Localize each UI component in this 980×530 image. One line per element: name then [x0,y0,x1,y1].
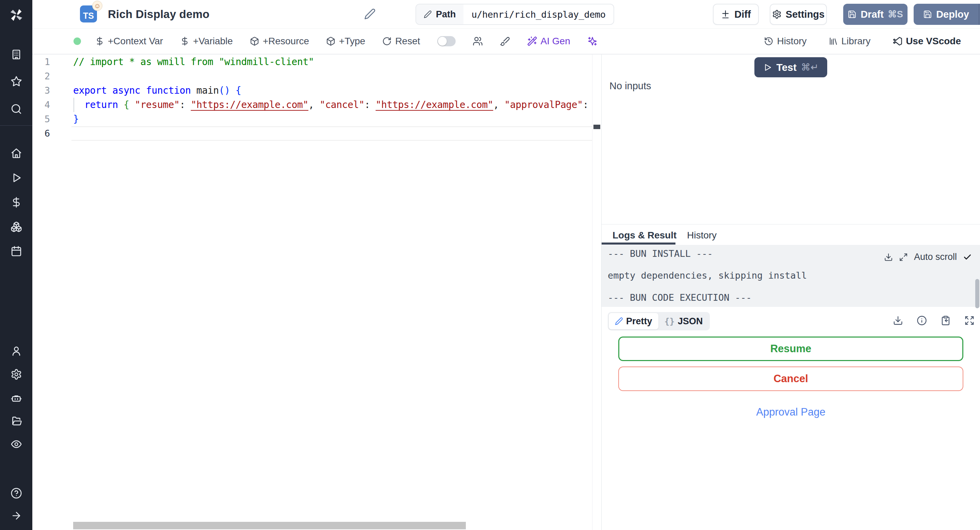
log-line: --- BUN CODE EXECUTION --- [608,292,752,303]
toggle-knob [438,37,447,46]
expand-logs-icon[interactable] [899,253,908,262]
test-button[interactable]: Test ⌘↵ [754,57,827,77]
diff-button[interactable]: Diff [713,4,759,25]
runs-play-icon[interactable] [11,172,22,184]
diff-mode-toggle[interactable] [437,36,456,46]
download-logs-icon[interactable] [884,253,893,262]
horizontal-scrollbar-thumb[interactable] [73,522,466,529]
reset-button[interactable]: Reset [382,36,420,47]
use-vscode-button[interactable]: Use VScode [892,36,961,47]
current-line-highlight [72,126,592,140]
windmill-script-editor: TS ☺ Rich Display demo Path u/henri/rich… [0,0,980,530]
ai-sparkles-button[interactable] [587,36,598,46]
json-view-button[interactable]: {} JSON [659,313,709,329]
refresh-icon [382,37,392,46]
dollar-icon [180,37,189,46]
test-label: Test [776,62,797,73]
approval-page-link[interactable]: Approval Page [601,406,980,418]
sparkles-icon [587,36,598,46]
collapse-arrow-right-icon[interactable] [11,510,22,522]
left-sidebar [0,0,32,530]
editor-scrollbar-boundary [592,54,592,530]
history-button[interactable]: History [764,36,807,47]
log-line: empty dependencies, skipping install [608,270,807,281]
code-line: // import * as wmill from "windmill-clie… [73,55,592,69]
panel-divider-line [601,224,980,225]
windmill-logo-icon[interactable] [8,7,24,23]
pencil-icon [424,10,432,18]
tab-logs-result[interactable]: Logs & Result [612,230,676,241]
fullscreen-expand-icon[interactable] [964,315,975,326]
settings-button[interactable]: Settings [770,4,827,25]
history-clock-icon [764,37,773,46]
add-context-var-button[interactable]: +Context Var [95,36,163,47]
variables-dollar-icon[interactable] [11,196,22,208]
audit-eye-icon[interactable] [11,438,22,450]
path-label: Path [436,9,456,20]
script-emoji-badge: ☺ [92,1,102,11]
draft-button[interactable]: Draft ⌘S [843,4,907,25]
save-icon [923,10,932,19]
tab-history[interactable]: History [687,230,717,241]
auto-scroll-label: Auto scroll [914,252,957,262]
pretty-view-button[interactable]: Pretty [609,313,659,329]
editor-toolbar: +Context Var +Variable +Resource +Type R… [32,29,980,54]
download-result-icon[interactable] [893,315,903,326]
schedules-calendar-icon[interactable] [11,246,22,257]
package-icon [250,37,259,46]
auto-scroll-checkbox[interactable] [963,253,972,262]
vscode-icon [892,36,902,46]
save-icon [848,10,856,19]
search-icon[interactable] [11,103,22,115]
gear-icon [772,10,782,19]
play-icon [763,63,772,72]
multiplayer-users-button[interactable] [473,36,483,46]
result-toolbar: Pretty {} JSON [608,312,975,330]
deploy-button[interactable]: Deploy [914,4,980,25]
active-tab-underline [601,243,675,244]
result-view-switch: Pretty {} JSON [608,312,710,330]
test-shortcut: ⌘↵ [801,62,818,73]
diff-label: Diff [734,9,751,20]
braces-icon: {} [665,316,675,326]
workspace-building-icon[interactable] [11,49,22,60]
line-number: 3 [32,83,50,98]
workers-robot-icon[interactable] [11,392,22,404]
log-line: --- BUN INSTALL --- [608,248,713,259]
add-resource-button[interactable]: +Resource [250,36,309,47]
copy-to-clipboard-icon[interactable] [940,315,951,326]
users-person-icon[interactable] [11,345,22,357]
edit-title-pencil-icon[interactable] [364,8,375,20]
line-number: 1 [32,55,50,69]
resume-button[interactable]: Resume [618,337,963,361]
folders-icon[interactable] [11,415,22,427]
path-button[interactable]: Path u/henri/rich_display_demo [415,4,614,25]
no-inputs-text: No inputs [609,80,651,92]
add-type-button[interactable]: +Type [326,36,365,47]
code-line: return { "resume": "https://example.com"… [73,98,592,112]
path-value: u/henri/rich_display_demo [463,5,614,24]
ai-gen-button[interactable]: AI Gen [527,36,570,47]
add-variable-button[interactable]: +Variable [180,36,233,47]
resources-boxes-icon[interactable] [11,221,22,233]
code-editor[interactable]: 1 2 3 4 5 6 // import * as wmill from "w… [32,54,601,530]
logs-output: --- BUN INSTALL --- empty dependencies, … [601,245,980,307]
status-dot [73,37,81,45]
settings-label: Settings [786,9,824,20]
format-brush-button[interactable] [500,36,510,46]
line-number: 5 [32,112,50,126]
home-icon[interactable] [11,147,22,159]
settings-gear-icon[interactable] [11,369,22,380]
cancel-button[interactable]: Cancel [618,367,963,391]
overview-ruler-cursor-mark [593,125,600,129]
run-panel: Test ⌘↵ No inputs Logs & Result History … [601,54,980,530]
help-circle-icon[interactable] [11,487,22,499]
code-line: export async function main() { [73,83,592,98]
pen-icon [615,317,623,325]
favorites-star-icon[interactable] [11,76,22,87]
info-icon[interactable] [917,315,927,326]
sidebar-divider [0,125,32,126]
logs-scrollbar-thumb[interactable] [975,279,979,308]
dollar-icon [95,37,105,46]
library-button[interactable]: Library [829,36,871,47]
